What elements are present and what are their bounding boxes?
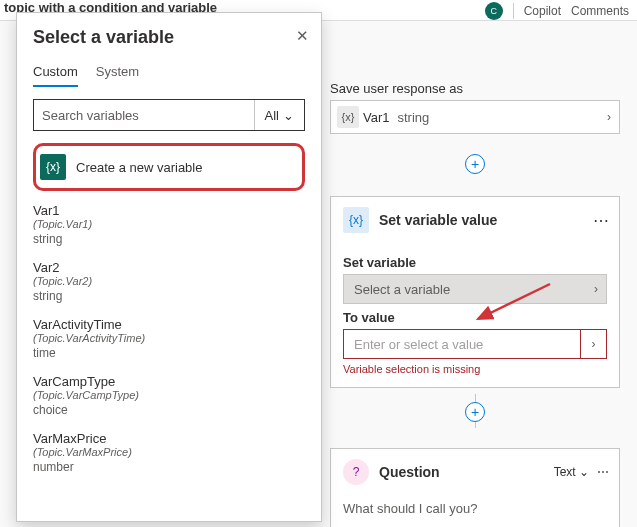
list-item[interactable]: Var1 (Topic.Var1) string (33, 203, 305, 246)
variable-list: Var1 (Topic.Var1) string Var2 (Topic.Var… (33, 201, 305, 474)
create-variable-label: Create a new variable (76, 160, 202, 175)
to-value-picker-button[interactable]: › (580, 330, 606, 358)
close-button[interactable]: ✕ (296, 27, 309, 45)
var-topic: (Topic.VarCampType) (33, 389, 305, 401)
var-type: time (33, 346, 305, 360)
set-variable-label: Set variable (343, 255, 607, 270)
divider (513, 3, 514, 19)
chevron-down-icon: ⌄ (283, 108, 294, 123)
copilot-link[interactable]: Copilot (524, 4, 561, 18)
list-item[interactable]: VarMaxPrice (Topic.VarMaxPrice) number (33, 431, 305, 474)
list-item[interactable]: VarCampType (Topic.VarCampType) choice (33, 374, 305, 417)
var-name: Var2 (33, 260, 305, 275)
avatar[interactable]: C (485, 2, 503, 20)
var-topic: (Topic.VarMaxPrice) (33, 446, 305, 458)
chevron-right-icon: › (607, 110, 611, 124)
node-more-button[interactable]: ⋯ (593, 211, 609, 230)
var-name: VarCampType (33, 374, 305, 389)
var-type: choice (33, 403, 305, 417)
var-topic: (Topic.Var1) (33, 218, 305, 230)
variable-node-icon: {x} (343, 207, 369, 233)
var-name: VarActivityTime (33, 317, 305, 332)
question-prompt: What should I call you? (331, 495, 619, 527)
create-variable-button[interactable]: {x} Create a new variable (33, 143, 305, 191)
node-more-button[interactable]: ⋯ (597, 465, 609, 479)
add-node-button[interactable]: + (465, 402, 485, 422)
tab-system[interactable]: System (96, 64, 139, 87)
var-type: string (33, 289, 305, 303)
to-value-field[interactable]: Enter or select a value › (343, 329, 607, 359)
var-name: Var1 (33, 203, 305, 218)
variable-icon: {x} (40, 154, 66, 180)
question-type-dropdown[interactable]: Text ⌄ (554, 465, 589, 479)
saved-var-type: string (398, 110, 430, 125)
select-variable-placeholder: Select a variable (354, 282, 450, 297)
filter-dropdown[interactable]: All ⌄ (254, 100, 304, 130)
var-topic: (Topic.Var2) (33, 275, 305, 287)
var-name: VarMaxPrice (33, 431, 305, 446)
to-value-placeholder: Enter or select a value (354, 337, 483, 352)
question-node-title: Question (379, 464, 440, 480)
saved-var-name: Var1 (363, 110, 390, 125)
save-response-label: Save user response as (330, 81, 620, 96)
list-item[interactable]: VarActivityTime (Topic.VarActivityTime) … (33, 317, 305, 360)
var-topic: (Topic.VarActivityTime) (33, 332, 305, 344)
panel-title: Select a variable (33, 27, 305, 48)
validation-error: Variable selection is missing (343, 363, 607, 375)
select-variable-button[interactable]: Select a variable › (343, 274, 607, 304)
save-response-field[interactable]: {x} Var1 string › (330, 100, 620, 134)
tab-custom[interactable]: Custom (33, 64, 78, 87)
chevron-right-icon: › (594, 282, 598, 296)
add-node-button[interactable]: + (465, 154, 485, 174)
select-variable-panel: Select a variable ✕ Custom System All ⌄ … (16, 12, 322, 522)
set-variable-node: {x} Set variable value ⋯ Set variable Se… (330, 196, 620, 388)
list-item[interactable]: Var2 (Topic.Var2) string (33, 260, 305, 303)
comments-link[interactable]: Comments (571, 4, 629, 18)
variable-icon: {x} (337, 106, 359, 128)
chevron-down-icon: ⌄ (579, 465, 589, 479)
search-input[interactable] (34, 100, 254, 130)
var-type: string (33, 232, 305, 246)
var-type: number (33, 460, 305, 474)
question-node: ? Question Text ⌄ ⋯ What should I call y… (330, 448, 620, 527)
question-icon: ? (343, 459, 369, 485)
node-title: Set variable value (379, 212, 497, 228)
to-value-label: To value (343, 310, 607, 325)
